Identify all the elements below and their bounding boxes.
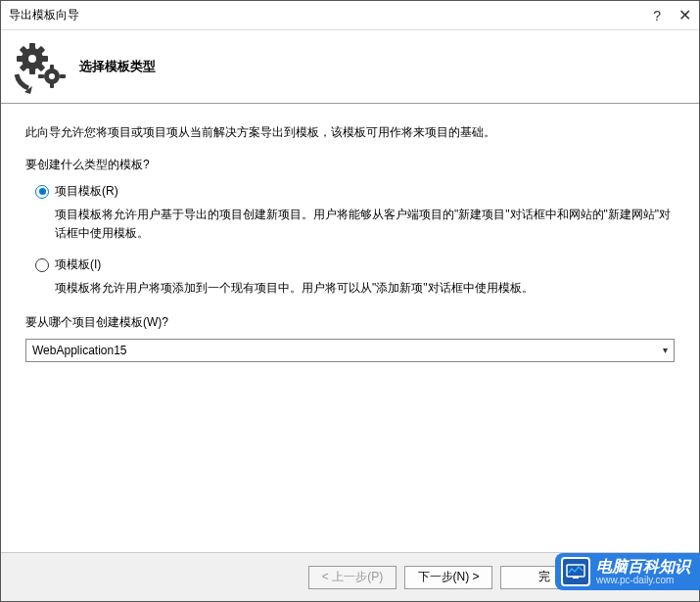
svg-point-9 <box>28 55 36 63</box>
next-button[interactable]: 下一步(N) > <box>404 566 492 589</box>
intro-text: 此向导允许您将项目或项目项从当前解决方案导出到模板，该模板可用作将来项目的基础。 <box>25 123 675 141</box>
watermark: 电脑百科知识 www.pc-daily.com <box>555 553 700 590</box>
help-button[interactable]: ? <box>653 8 661 23</box>
gears-icon <box>11 37 70 96</box>
prev-button: < 上一步(P) <box>308 566 397 589</box>
radio-project-template: 项目模板(R) 项目模板将允许用户基于导出的项目创建新项目。用户将能够从客户端项… <box>35 183 675 243</box>
svg-rect-1 <box>29 43 35 51</box>
close-button[interactable]: ✕ <box>678 6 691 24</box>
radio-project-circle[interactable] <box>35 185 49 199</box>
watermark-text: 电脑百科知识 www.pc-daily.com <box>596 558 690 586</box>
radio-group: 项目模板(R) 项目模板将允许用户基于导出的项目创建新项目。用户将能够从客户端项… <box>35 183 675 299</box>
wizard-window: 导出模板向导 ? ✕ <box>0 0 700 602</box>
svg-rect-18 <box>573 577 579 579</box>
svg-rect-14 <box>60 74 66 78</box>
header-subtitle: 选择模板类型 <box>79 58 156 75</box>
radio-item-circle[interactable] <box>35 258 49 272</box>
type-label: 要创建什么类型的模板? <box>25 157 675 173</box>
svg-rect-4 <box>40 56 48 62</box>
radio-item-desc: 项模板将允许用户将项添加到一个现有项目中。用户将可以从"添加新项"对话框中使用模… <box>55 279 675 298</box>
radio-item-template: 项模板(I) 项模板将允许用户将项添加到一个现有项目中。用户将可以从"添加新项"… <box>35 256 675 298</box>
watermark-main: 电脑百科知识 <box>596 558 690 576</box>
watermark-sub: www.pc-daily.com <box>596 575 690 585</box>
svg-rect-11 <box>50 65 54 70</box>
header-section: 选择模板类型 <box>1 30 699 104</box>
svg-point-15 <box>49 73 55 79</box>
titlebar: 导出模板向导 ? ✕ <box>1 1 699 30</box>
svg-rect-2 <box>29 67 35 74</box>
radio-item-label[interactable]: 项模板(I) <box>55 256 101 273</box>
project-dropdown[interactable]: WebApplication15 ▾ <box>25 339 675 362</box>
dropdown-value: WebApplication15 <box>32 344 127 357</box>
svg-rect-13 <box>38 74 44 78</box>
dropdown-label: 要从哪个项目创建模板(W)? <box>25 314 675 331</box>
radio-item-row[interactable]: 项模板(I) <box>35 256 675 273</box>
radio-project-row[interactable]: 项目模板(R) <box>35 183 675 200</box>
svg-rect-3 <box>17 56 24 62</box>
svg-rect-12 <box>50 82 54 88</box>
radio-project-desc: 项目模板将允许用户基于导出的项目创建新项目。用户将能够从客户端项目的"新建项目"… <box>55 206 675 243</box>
window-title: 导出模板向导 <box>9 7 653 23</box>
radio-dot <box>39 188 46 195</box>
chevron-down-icon: ▾ <box>663 345 668 355</box>
radio-project-label[interactable]: 项目模板(R) <box>55 183 118 200</box>
content-area: 此向导允许您将项目或项目项从当前解决方案导出到模板，该模板可用作将来项目的基础。… <box>1 104 699 552</box>
titlebar-controls: ? ✕ <box>653 6 691 24</box>
watermark-monitor-icon <box>561 557 590 586</box>
